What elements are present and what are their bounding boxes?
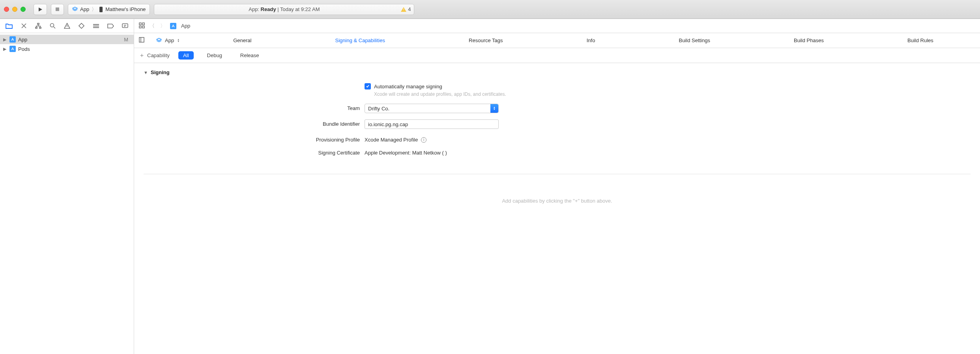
project-tree: ▶ App M ▶ Pods: [0, 33, 134, 55]
close-window-button[interactable]: [4, 7, 9, 12]
filter-release[interactable]: Release: [236, 51, 264, 60]
forward-button[interactable]: 〉: [160, 22, 165, 30]
stop-icon: [55, 7, 60, 11]
target-name: App: [165, 37, 174, 43]
add-capability-label: Capability: [147, 52, 170, 58]
related-items-button[interactable]: [139, 22, 145, 30]
checkmark-icon: [366, 84, 370, 88]
app-scheme-icon: [72, 7, 78, 12]
svg-marker-0: [39, 7, 42, 11]
activity-status: App: Ready | Today at 9:22 AM 4: [154, 4, 414, 15]
disclosure-triangle-icon: ▼: [144, 70, 148, 75]
show-targets-button[interactable]: [139, 37, 144, 44]
back-button[interactable]: 〈: [150, 22, 155, 30]
find-navigator-tab[interactable]: [49, 22, 56, 30]
svg-rect-9: [142, 23, 144, 25]
tree-item-status: M: [124, 37, 128, 43]
svg-rect-11: [142, 26, 144, 28]
tab-general[interactable]: General: [232, 34, 253, 47]
disclosure-triangle-icon[interactable]: ▶: [3, 47, 7, 52]
issues-indicator[interactable]: 4: [401, 6, 411, 12]
svg-rect-7: [122, 24, 128, 28]
capability-filter-bar: ＋ Capability All Debug Release: [134, 48, 980, 63]
disclosure-triangle-icon[interactable]: ▶: [3, 37, 7, 42]
section-divider: [144, 174, 971, 174]
issue-navigator-tab[interactable]: [64, 22, 71, 30]
add-capability-button[interactable]: ＋ Capability: [139, 52, 170, 59]
select-arrows-icon: ▲▼: [490, 104, 498, 113]
auto-manage-signing-checkbox[interactable]: [365, 83, 371, 89]
test-navigator-tab[interactable]: [78, 22, 85, 30]
project-editor-tabs: General Signing & Capabilities Resource …: [191, 34, 975, 47]
play-icon: [38, 7, 43, 12]
tab-build-rules[interactable]: Build Rules: [906, 34, 935, 47]
scheme-separator-icon: 〉: [92, 6, 97, 13]
bundle-id-label: Bundle Identifier: [286, 119, 365, 127]
svg-rect-10: [139, 26, 141, 28]
tree-item-label: Pods: [18, 46, 131, 52]
scheme-selector[interactable]: App 〉 Matthew's iPhone: [68, 4, 150, 15]
plus-icon: ＋: [139, 52, 145, 59]
breakpoint-icon: [107, 24, 114, 28]
project-icon: [9, 36, 16, 43]
project-icon: [9, 46, 16, 52]
issues-count: 4: [408, 6, 411, 12]
warning-icon: [401, 7, 406, 12]
device-icon: [99, 6, 103, 13]
project-icon: [170, 23, 176, 29]
minimize-window-button[interactable]: [12, 7, 17, 12]
history-nav: 〈 〉: [150, 22, 165, 30]
scheme-name: App: [80, 6, 89, 12]
gauge-icon: [93, 23, 99, 28]
navigator-panel: ▶ App M ▶ Pods: [0, 19, 134, 354]
tab-signing-capabilities[interactable]: Signing & Capabilities: [334, 34, 387, 47]
tree-item-pods[interactable]: ▶ Pods: [0, 44, 134, 54]
team-selector[interactable]: Drifty Co. ▲▼: [365, 104, 499, 113]
filter-debug[interactable]: Debug: [202, 51, 227, 60]
navigator-tabs: [0, 19, 134, 33]
target-selector[interactable]: App ▲▼: [156, 37, 180, 43]
tab-resource-tags[interactable]: Resource Tags: [467, 34, 504, 47]
signing-certificate-label: Signing Certificate: [286, 148, 365, 156]
diamond-icon: [79, 23, 84, 29]
signing-section-header[interactable]: ▼ Signing: [144, 69, 971, 75]
project-editor-header: App ▲▼ General Signing & Capabilities Re…: [134, 33, 980, 48]
auto-manage-signing-label: Automatically manage signing: [374, 84, 442, 89]
tree-item-app[interactable]: ▶ App M: [0, 35, 134, 44]
scheme-destination: Matthew's iPhone: [105, 6, 146, 12]
source-control-icon: [21, 23, 27, 29]
app-scheme-icon: [156, 38, 162, 43]
signing-section-title: Signing: [151, 69, 170, 75]
svg-rect-2: [99, 7, 103, 12]
svg-rect-12: [139, 37, 144, 42]
tab-build-settings[interactable]: Build Settings: [677, 34, 712, 47]
breakpoint-navigator-tab[interactable]: [107, 22, 114, 30]
filter-all[interactable]: All: [178, 51, 193, 60]
updown-icon: ▲▼: [177, 39, 180, 43]
tree-item-label: App: [18, 37, 122, 43]
svg-rect-1: [56, 7, 59, 11]
source-control-navigator-tab[interactable]: [21, 22, 27, 30]
tab-info[interactable]: Info: [585, 34, 597, 47]
info-icon[interactable]: i: [421, 137, 426, 143]
svg-rect-3: [37, 23, 39, 24]
folder-icon: [6, 23, 13, 29]
svg-rect-8: [139, 23, 141, 25]
project-navigator-tab[interactable]: [6, 22, 13, 30]
signing-certificate-value: Apple Development: Matt Netkow ( ): [365, 150, 447, 156]
zoom-window-button[interactable]: [21, 7, 26, 12]
run-button[interactable]: [34, 4, 47, 15]
tab-build-phases[interactable]: Build Phases: [792, 34, 825, 47]
stop-button[interactable]: [51, 4, 64, 15]
svg-rect-5: [39, 27, 41, 28]
search-icon: [50, 23, 56, 29]
report-navigator-tab[interactable]: [122, 22, 129, 30]
status-text: App: Ready | Today at 9:22 AM: [249, 6, 320, 12]
symbol-navigator-tab[interactable]: [35, 22, 42, 30]
bundle-id-field[interactable]: [365, 119, 499, 129]
jump-bar: 〈 〉 App: [134, 19, 980, 33]
grid-icon: [139, 22, 145, 28]
report-icon: [122, 23, 128, 29]
debug-navigator-tab[interactable]: [93, 22, 99, 30]
jump-bar-crumb[interactable]: App: [181, 23, 190, 29]
